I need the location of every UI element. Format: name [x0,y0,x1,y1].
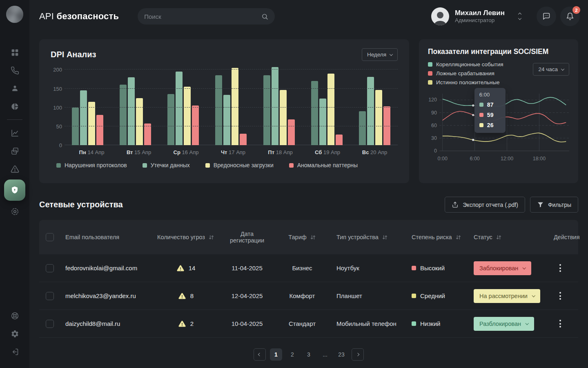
sidebar-item-screens[interactable] [6,142,24,160]
sidebar-item-support[interactable] [6,307,24,325]
status-pill[interactable]: Заблокирован [474,261,531,275]
sidebar-item-alerts[interactable] [6,160,24,178]
sort-icon[interactable] [382,234,388,240]
network-icon [11,207,19,216]
date-cell: 10-04-2025 [216,320,278,327]
tooltip-swatch [479,123,483,127]
bar [184,87,191,145]
row-checkbox[interactable] [46,292,54,300]
y-tick-label: 150 [53,85,62,92]
threat-count: 14 [189,265,196,272]
sidebar-item-phone[interactable] [6,61,24,79]
soc-period-select[interactable]: 24 часа [533,63,569,76]
dpi-legend: Нарушения протоколовУтечки данныхВредоно… [56,162,398,168]
tariff-cell: Комфорт [278,292,327,299]
dpi-period-select[interactable]: Неделя [362,48,398,61]
export-report-button[interactable]: Экспорт отчета (.pdf) [445,197,525,213]
col-tariff: Тариф [278,234,327,240]
bar [359,111,366,145]
sidebar-item-logout[interactable] [6,343,24,361]
gridline [65,69,398,70]
row-checkbox[interactable] [46,320,54,328]
risk-cell: Высокий [408,265,474,272]
support-icon [11,312,19,320]
sidebar-item-pie-chart[interactable] [6,97,24,115]
app-logo [6,6,23,23]
chart-tooltip: 6:00 875926 [474,88,506,133]
row-menu-button[interactable] [555,289,565,302]
sidebar-nav [4,43,25,220]
bar [80,90,87,145]
chevron-down-icon [532,294,535,297]
page-title: API безопасность [39,11,119,22]
user-name: Михаил Левин [455,9,505,17]
tooltip-value: 59 [487,112,494,118]
legend-swatch [428,62,432,67]
bar [88,102,95,145]
threats-cell: 8 [155,292,216,300]
legend-label: Ложные срабатывания [436,70,494,76]
chevron-right-icon [356,353,359,356]
chevron-down-icon [526,321,529,325]
row-checkbox[interactable] [46,264,54,272]
sidebar-item-settings[interactable] [6,325,24,343]
filters-button[interactable]: Фильтры [530,197,578,213]
warning-icon [178,320,186,328]
status-label: На рассмотрении [479,293,528,299]
tooltip-value: 87 [487,101,494,108]
next-page-button[interactable] [352,348,364,361]
bar-group [215,68,247,145]
col-date: Дата регистрации [216,231,278,244]
gridline [65,107,398,108]
page-number-3[interactable]: 3 [303,348,315,361]
sidebar-item-users[interactable] [6,79,24,97]
bar [167,94,174,145]
shield-icon [10,186,19,195]
sort-icon[interactable] [310,234,316,240]
bar [272,67,278,145]
sort-icon[interactable] [455,234,461,240]
filters-label: Фильтры [548,202,571,208]
messages-button[interactable] [537,7,556,26]
x-tick-label: Сб 19 Апр [312,149,343,155]
sort-icon[interactable] [496,234,502,240]
sidebar-item-shield[interactable] [4,180,25,201]
warning-icon [178,292,186,300]
bar [288,119,295,145]
sidebar-item-network[interactable] [6,202,24,220]
bar [319,99,326,145]
bar [367,77,374,145]
avatar [431,7,449,25]
page-number-2[interactable]: 2 [286,348,298,361]
legend-item: Вредоносные загрузки [205,162,274,168]
bar [232,68,238,145]
row-menu-button[interactable] [555,317,565,330]
dpi-plot [65,67,398,145]
select-all-checkbox[interactable] [46,233,54,241]
dashboard-icon [11,48,19,57]
sidebar-item-dashboard[interactable] [6,43,24,61]
sort-icon[interactable] [208,234,214,240]
notification-badge: 2 [572,6,580,14]
status-pill[interactable]: На рассмотрении [474,289,540,303]
status-label: Заблокирован [479,265,518,272]
gridline [65,88,398,89]
bar-group [167,72,199,145]
user-menu-toggle[interactable] [519,13,521,20]
page-number-1[interactable]: 1 [270,348,282,361]
risk-cell: Низкий [408,320,474,327]
email-cell: daizychild8@mail.ru [65,320,155,327]
search-input[interactable] [144,13,261,20]
bar [311,81,318,145]
page-number-23[interactable]: 23 [335,348,347,361]
status-pill[interactable]: Разблокирован [474,317,534,331]
search-icon [261,13,268,20]
row-menu-button[interactable] [555,262,565,274]
notifications-button[interactable]: 2 [560,7,580,26]
prev-page-button[interactable] [254,348,266,361]
col-threats: Количество угроз [155,234,216,240]
threats-cell: 14 [155,264,216,272]
chevron-up-icon [518,12,521,16]
sidebar-item-analytics[interactable] [6,124,24,142]
x-tick-label: 18:00 [533,156,546,162]
